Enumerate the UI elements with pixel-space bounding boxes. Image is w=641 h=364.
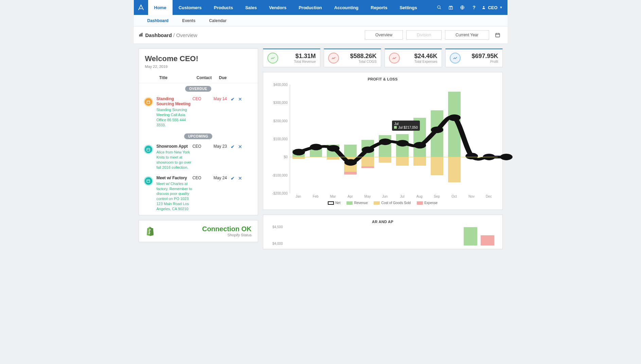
nav-accounting[interactable]: Accounting	[328, 0, 365, 15]
arap-ytick: $4,000	[272, 242, 283, 245]
chart-icon	[139, 32, 143, 38]
help-icon[interactable]: ?	[468, 0, 480, 15]
breadcrumb-sub: / Overview	[172, 32, 197, 38]
col-contact: Contact	[197, 75, 219, 80]
event-row[interactable]: Meet w/ Factory Meet w/ Charles at facto…	[139, 174, 258, 215]
profit-loss-chart: PROFIT & LOSS $400,000$300,000$200,000$1…	[263, 72, 503, 210]
check-icon[interactable]: ✔	[231, 144, 235, 170]
legend-item[interactable]: Net	[328, 201, 341, 205]
welcome-title: Welcome CEO!	[145, 54, 252, 63]
nav-customers[interactable]: Customers	[173, 0, 208, 15]
y-tick: $300,000	[273, 101, 288, 105]
close-icon[interactable]: ✕	[238, 144, 242, 170]
trend-icon	[328, 53, 339, 63]
x-tick: Jan	[290, 193, 307, 198]
y-tick: -$100,000	[272, 173, 287, 177]
close-icon[interactable]: ✕	[238, 176, 242, 212]
subnav-calendar[interactable]: Calendar	[209, 18, 227, 23]
svg-point-19	[292, 149, 305, 155]
legend-item[interactable]: Expense	[417, 201, 438, 205]
legend-item[interactable]: Cost of Goods Sold	[374, 201, 411, 205]
svg-point-29	[465, 153, 478, 159]
svg-point-22	[344, 159, 357, 166]
welcome-panel: Welcome CEO! May 22, 2019 Title Contact …	[139, 49, 258, 215]
close-icon[interactable]: ✕	[238, 96, 242, 127]
kpi-value: $24.46K	[414, 53, 437, 60]
event-row[interactable]: Standing Sourcing Meeting Standing Sourc…	[139, 94, 258, 131]
kpi-value: $697.95K	[471, 53, 498, 60]
svg-rect-6	[139, 35, 140, 36]
ar-bar	[464, 227, 477, 245]
svg-point-23	[361, 146, 374, 153]
y-tick: $0	[284, 155, 287, 159]
calendar-icon[interactable]	[493, 30, 503, 40]
subnav-dashboard[interactable]: Dashboard	[147, 18, 169, 23]
event-due: May 24	[214, 176, 231, 212]
arap-ytick: $4,500	[272, 225, 283, 229]
globe-icon[interactable]	[457, 0, 468, 15]
check-icon[interactable]: ✔	[231, 176, 235, 212]
svg-rect-9	[496, 33, 500, 37]
calendar-icon	[144, 145, 153, 154]
y-tick: $100,000	[273, 137, 288, 141]
nav-home[interactable]: Home	[148, 0, 173, 15]
svg-point-26	[413, 142, 426, 148]
connection-sub: Shopify Status	[202, 233, 252, 237]
period-selector[interactable]: Current Year	[445, 30, 489, 40]
nav-production[interactable]: Production	[292, 0, 328, 15]
check-icon[interactable]: ✔	[231, 96, 235, 127]
y-tick: -$200,000	[272, 192, 287, 195]
kpi-total-revenue[interactable]: $1.31M Total Revenue	[263, 49, 320, 67]
chart-title: PROFIT & LOSS	[268, 76, 498, 85]
ap-bar	[481, 235, 494, 245]
event-row[interactable]: Showroom Appt Alice from New York Knits …	[139, 142, 258, 173]
trend-icon	[450, 53, 461, 63]
event-contact: CEO	[193, 144, 214, 170]
svg-point-20	[310, 144, 322, 150]
y-tick: $400,000	[273, 83, 288, 87]
svg-line-1	[440, 8, 441, 9]
search-icon[interactable]	[433, 0, 445, 15]
gift-icon[interactable]	[445, 0, 457, 15]
shopify-status-panel: Connection OK Shopify Status	[139, 220, 258, 242]
nav-vendors[interactable]: Vendors	[263, 0, 292, 15]
x-tick: Aug	[411, 193, 428, 198]
event-contact: CEO	[193, 176, 214, 212]
x-tick: Nov	[463, 193, 480, 198]
col-title: Title	[159, 75, 197, 80]
kpi-label: Total COGS	[350, 60, 376, 63]
arap-title: AR AND AP	[268, 218, 498, 225]
svg-point-0	[438, 6, 440, 8]
svg-point-28	[448, 114, 461, 121]
shopify-icon	[145, 226, 155, 236]
nav-reports[interactable]: Reports	[364, 0, 393, 15]
sub-nav: DashboardEventsCalendar	[134, 15, 508, 26]
subnav-events[interactable]: Events	[182, 18, 195, 23]
kpi-total-cogs[interactable]: $588.26K Total COGS	[324, 49, 381, 67]
kpi-total-expenses[interactable]: $24.46K Total Expenses	[385, 49, 442, 67]
svg-point-21	[327, 145, 339, 151]
x-tick: Jul	[394, 193, 411, 198]
division-selector[interactable]: Division	[406, 30, 442, 40]
y-tick: $200,000	[273, 119, 288, 123]
legend-item[interactable]: Revenue	[346, 201, 368, 205]
upcoming-badge: UPCOMING	[184, 133, 212, 139]
top-nav: HomeCustomersProductsSalesVendorsProduct…	[134, 0, 508, 15]
svg-point-5	[483, 6, 484, 7]
kpi-label: Profit	[471, 60, 498, 63]
nav-products[interactable]: Products	[208, 0, 239, 15]
kpi-value: $588.26K	[350, 53, 376, 60]
user-menu[interactable]: CEO ▼	[480, 0, 507, 15]
view-selector[interactable]: Overview	[365, 30, 403, 40]
ar-ap-chart: AR AND AP $4,500 $4,000	[263, 215, 503, 249]
event-due: May 14	[214, 96, 231, 127]
logo-icon[interactable]	[134, 0, 148, 15]
x-tick: Mar	[324, 193, 342, 198]
nav-sales[interactable]: Sales	[239, 0, 263, 15]
event-desc: Standing Sourcing Meeting Call Asia Offi…	[157, 107, 193, 127]
kpi-profit[interactable]: $697.95K Profit	[445, 49, 503, 67]
svg-point-27	[431, 127, 443, 133]
kpi-value: $1.31M	[294, 53, 316, 60]
svg-rect-8	[142, 33, 142, 36]
nav-settings[interactable]: Settings	[393, 0, 423, 15]
